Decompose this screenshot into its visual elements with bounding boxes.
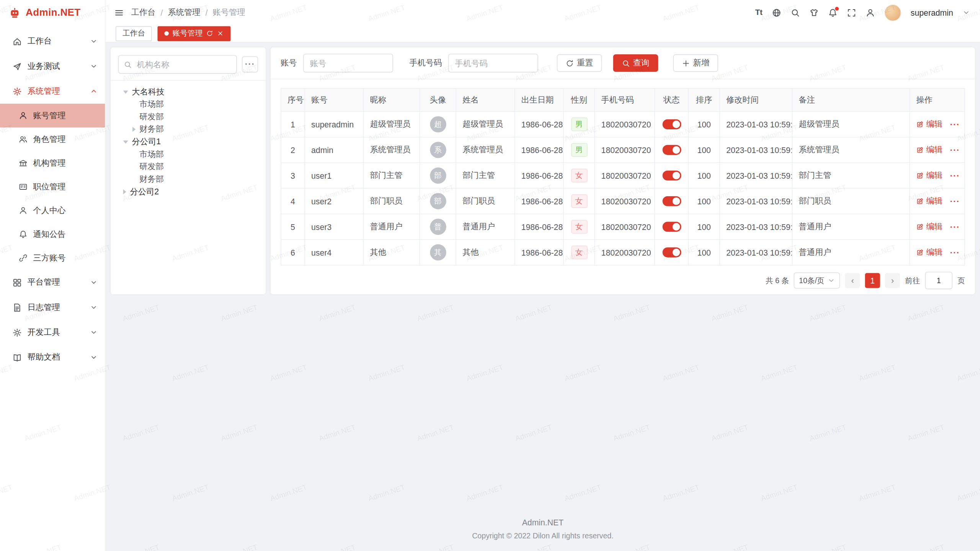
fullscreen-icon[interactable] [847,8,856,17]
sidebar-item-notice[interactable]: 通知公告 [0,222,105,246]
cell-status [655,188,688,214]
cell-account: superadmin [305,111,363,137]
user-icon [19,111,28,120]
notification-bell-icon[interactable] [828,8,837,17]
username[interactable]: superadmin [911,8,953,17]
sidebar-item-role-management[interactable]: 角色管理 [0,127,105,151]
chevron-down-icon [90,354,98,361]
edit-button[interactable]: 编辑 [916,221,942,232]
profile-icon[interactable] [866,8,875,17]
status-toggle[interactable] [662,119,681,129]
row-more-button[interactable]: ··· [950,145,960,155]
logo[interactable]: Admin.NET [0,0,105,25]
caret-right-icon[interactable] [132,127,136,132]
tree-node-dept[interactable]: 财务部 [118,173,258,186]
user-menu-chevron-icon[interactable] [962,9,970,16]
sidebar-item-help-docs[interactable]: 帮助文档 [0,345,105,370]
page-size-select[interactable]: 10条/页 [794,272,840,289]
search-icon[interactable] [791,8,800,17]
caret-right-icon[interactable] [123,189,126,194]
cell-actions: 编辑··· [910,188,965,214]
edit-button[interactable]: 编辑 [916,247,942,258]
sidebar-item-system-management[interactable]: 系统管理 [0,79,105,104]
status-toggle[interactable] [662,248,681,258]
tree-node-dept[interactable]: 研发部 [118,161,258,173]
cell-order: 100 [688,137,720,163]
page-number-button[interactable]: 1 [865,273,880,288]
cell-phone: 18020030720 [595,137,655,163]
status-toggle[interactable] [662,145,681,155]
sidebar-item-label: 日志管理 [28,302,85,313]
col-name: 姓名 [456,88,514,111]
menu-collapse-button[interactable] [114,8,124,17]
tree-node-dept[interactable]: 市场部 [118,98,258,111]
cell-name: 其他 [456,240,514,265]
reset-button[interactable]: 重置 [557,54,602,72]
sidebar-item-label: 帮助文档 [28,352,85,363]
tab-close-icon[interactable] [217,30,224,37]
sidebar-item-log-management[interactable]: 日志管理 [0,295,105,320]
reset-label: 重置 [577,57,593,68]
prev-page-button[interactable]: ‹ [845,273,860,288]
tree-node-dept[interactable]: 市场部 [118,148,258,161]
sidebar-item-business-test[interactable]: 业务测试 [0,54,105,78]
sidebar-item-third-party-account[interactable]: 三方账号 [0,246,105,270]
org-more-button[interactable]: ··· [242,56,258,72]
row-more-button[interactable]: ··· [950,196,960,205]
tab-workbench[interactable]: 工作台 [116,26,152,41]
status-toggle[interactable] [662,222,681,232]
row-more-button[interactable]: ··· [950,248,960,257]
edit-button[interactable]: 编辑 [916,119,942,130]
font-size-icon[interactable]: Tt [755,8,763,17]
org-search-input[interactable] [136,59,231,70]
next-page-button[interactable]: › [885,273,900,288]
tree-node-branch1[interactable]: 分公司1 [118,135,258,148]
sidebar-item-position-management[interactable]: 职位管理 [0,175,105,199]
breadcrumb-workbench[interactable]: 工作台 [131,7,156,18]
row-more-button[interactable]: ··· [950,171,960,180]
sidebar-item-personal-center[interactable]: 个人中心 [0,199,105,222]
row-more-button[interactable]: ··· [950,120,960,129]
tab-refresh-icon[interactable] [206,30,213,37]
tree-node-branch2[interactable]: 分公司2 [118,186,258,198]
tree-node-dept[interactable]: 研发部 [118,111,258,123]
search-icon [124,60,132,68]
sidebar-item-label: 个人中心 [33,205,66,216]
search-button[interactable]: 查询 [613,54,658,72]
org-tree: 大名科技 市场部 研发部 财务部 分公司1 市场部 研发部 财务部 分公司2 [118,86,258,198]
user-avatar[interactable] [884,4,901,21]
tree-node-label: 研发部 [139,111,164,122]
caret-down-icon[interactable] [123,90,128,93]
theme-icon[interactable] [809,8,818,17]
account-input[interactable] [303,54,393,72]
edit-button[interactable]: 编辑 [916,170,942,181]
tree-node-dept[interactable]: 财务部 [118,123,258,136]
edit-button[interactable]: 编辑 [916,196,942,207]
add-button[interactable]: 新增 [673,54,718,72]
caret-down-icon[interactable] [123,140,128,143]
cell-account: user3 [305,214,363,240]
row-more-button[interactable]: ··· [950,222,960,231]
tab-account-management[interactable]: 账号管理 [157,26,230,41]
edit-button[interactable]: 编辑 [916,144,942,155]
breadcrumb-system-management[interactable]: 系统管理 [168,7,201,18]
sidebar-item-label: 机构管理 [33,157,66,168]
cell-nickname: 部门职员 [363,188,420,214]
goto-label: 前往 [905,275,920,286]
app-root: Admin.NET 工作台 业务测试 系统管理 账号管理 [0,0,980,551]
status-toggle[interactable] [662,171,681,181]
cell-order: 100 [688,111,720,137]
language-icon[interactable] [772,8,781,17]
sidebar-item-dev-tools[interactable]: 开发工具 [0,320,105,345]
org-panel: ··· 大名科技 市场部 研发部 财务部 分公司1 市场部 研发部 财务部 分公… [111,47,266,294]
phone-input[interactable] [448,54,538,72]
sidebar-item-account-management[interactable]: 账号管理 [0,104,105,127]
tree-node-company[interactable]: 大名科技 [118,86,258,98]
goto-page-input[interactable] [925,272,952,289]
breadcrumb-separator: / [161,8,163,17]
status-toggle[interactable] [662,196,681,206]
sidebar-item-org-management[interactable]: 机构管理 [0,151,105,175]
sidebar-item-workbench[interactable]: 工作台 [0,29,105,54]
sidebar-item-platform-management[interactable]: 平台管理 [0,270,105,295]
breadcrumb-separator: / [206,8,208,17]
